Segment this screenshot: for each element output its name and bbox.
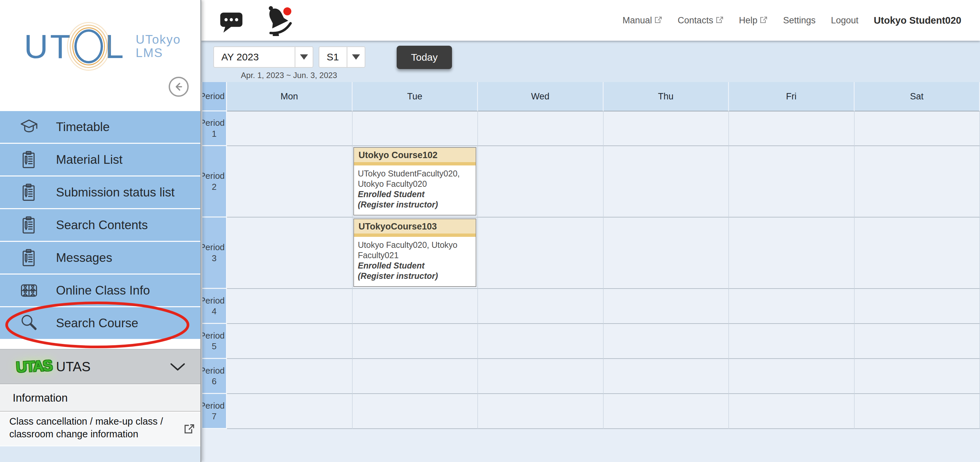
timetable-cell-mon-p5	[227, 324, 353, 359]
sidebar-item-label: Messages	[56, 251, 112, 265]
course-card[interactable]: Utokyo Course102UTokyo StudentFaculty020…	[353, 147, 477, 215]
course-instructors: Utokyo Faculty020, Utokyo Faculty021	[358, 240, 472, 261]
timetable-cell-tue-p2: Utokyo Course102UTokyo StudentFaculty020…	[353, 146, 478, 218]
period-label-7: Period7	[202, 394, 227, 429]
sidebar-item-label: UTAS	[56, 359, 91, 374]
user-name: Utokyo Student020	[873, 15, 961, 26]
course-details: UTokyo StudentFaculty020, Utokyo Faculty…	[354, 166, 476, 213]
course-card[interactable]: UTokyoCourse103Utokyo Faculty020, Utokyo…	[353, 218, 477, 287]
timetable-cell-sat-p1	[855, 112, 980, 146]
period-label-1: Period1	[202, 112, 227, 146]
day-header-wed: Wed	[478, 82, 604, 112]
timetable-grid: PeriodMonTueWedThuFriSatPeriod1Period2Ut…	[202, 82, 980, 429]
date-range: Apr. 1, 2023 ~ Jun. 3, 2023	[212, 71, 367, 80]
notification-badge	[283, 7, 291, 15]
top-link-label: Contacts	[678, 15, 713, 25]
sidebar-menu: Timetable Material List Submission statu…	[0, 111, 200, 340]
course-title: Utokyo Course102	[354, 148, 476, 166]
period-column-header: Period	[202, 82, 227, 112]
top-link-logout[interactable]: Logout	[831, 15, 859, 25]
arrow-left-icon	[173, 81, 185, 92]
sidebar-collapse-button[interactable]	[169, 77, 189, 97]
timetable-cell-wed-p2	[478, 146, 604, 218]
external-link-icon	[760, 16, 768, 24]
sidebar-item-online-class-info[interactable]: Online Class Info	[0, 274, 200, 306]
course-role-detail: (Register instructor)	[358, 271, 472, 281]
sidebar: UTL UTokyo LMS Timetable Material List S…	[0, 0, 201, 462]
chat-messages-icon[interactable]	[219, 9, 244, 33]
logo-text-pre: UT	[24, 30, 72, 63]
timetable-cell-fri-p1	[729, 112, 855, 146]
top-link-help[interactable]: Help	[739, 15, 768, 25]
timetable-cell-sat-p7	[855, 394, 980, 429]
course-details: Utokyo Faculty020, Utokyo Faculty021Enro…	[354, 237, 476, 284]
day-header-mon: Mon	[227, 82, 353, 112]
sidebar-item-messages[interactable]: Messages	[0, 242, 200, 274]
utol-lms-page: { "header": { "links": [ {"label": "Manu…	[0, 0, 980, 462]
academic-year-select[interactable]: AY 2023	[213, 46, 313, 68]
course-role: Enrolled Student	[358, 189, 472, 199]
search-icon	[18, 314, 40, 333]
timetable-cell-thu-p6	[604, 359, 729, 394]
timetable-toolbar: AY 2023 S1 Today Apr. 1, 2023 ~ Jun. 3, …	[201, 41, 980, 82]
sidebar-item-label: Timetable	[56, 120, 110, 134]
top-link-contacts[interactable]: Contacts	[678, 15, 724, 25]
logo-subtitle-line1: UTokyo	[136, 33, 181, 46]
external-link-icon	[654, 16, 662, 24]
timetable-cell-thu-p4	[604, 289, 729, 324]
timetable-cell-sat-p2	[855, 146, 980, 218]
course-role: Enrolled Student	[358, 261, 472, 271]
sidebar-item-timetable[interactable]: Timetable	[0, 111, 200, 143]
today-button[interactable]: Today	[397, 46, 452, 69]
class-cancellation-label: Class cancellation / make-up class / cla…	[10, 416, 163, 439]
top-link-label: Help	[739, 15, 758, 25]
top-link-settings[interactable]: Settings	[783, 15, 816, 25]
sidebar-item-material-list[interactable]: Material List	[0, 144, 200, 175]
submission-list-icon	[18, 183, 40, 202]
class-cancellation-link[interactable]: Class cancellation / make-up class / cla…	[0, 412, 200, 446]
external-link-icon	[716, 16, 724, 24]
timetable-cell-sat-p4	[855, 289, 980, 324]
logo-subtitle-line2: LMS	[136, 46, 181, 60]
timetable-cell-wed-p6	[478, 359, 604, 394]
period-label-6: Period6	[202, 359, 227, 394]
dropdown-arrow-icon	[352, 54, 360, 60]
day-header-tue: Tue	[353, 82, 478, 112]
external-link-icon	[184, 423, 195, 434]
timetable-cell-wed-p5	[478, 324, 604, 359]
course-role-detail: (Register instructor)	[358, 199, 472, 210]
top-link-manual[interactable]: Manual	[623, 15, 663, 25]
timetable-cell-mon-p6	[227, 359, 353, 394]
sidebar-filler	[0, 446, 200, 462]
sidebar-item-search-contents[interactable]: Search Contents	[0, 209, 200, 241]
term-value: S1	[319, 51, 347, 63]
timetable-cell-mon-p7	[227, 394, 353, 429]
sidebar-item-utas[interactable]: UTAS UTAS	[0, 349, 200, 384]
sidebar-item-submission-status-list[interactable]: Submission status list	[0, 177, 200, 208]
timetable-cell-wed-p4	[478, 289, 604, 324]
timetable-cell-sat-p6	[855, 359, 980, 394]
timetable-cell-mon-p2	[227, 146, 353, 218]
timetable-cell-fri-p6	[729, 359, 855, 394]
day-header-sat: Sat	[855, 82, 980, 112]
day-header-fri: Fri	[729, 82, 855, 112]
information-header: Information	[0, 385, 200, 412]
messages-icon	[18, 249, 40, 267]
course-title: UTokyoCourse103	[354, 219, 476, 237]
term-select[interactable]: S1	[319, 46, 365, 68]
timetable-cell-sat-p5	[855, 324, 980, 359]
period-label-5: Period5	[202, 324, 227, 359]
chevron-down-icon	[169, 362, 186, 372]
utas-logo: UTAS	[16, 357, 45, 376]
timetable-cell-fri-p2	[729, 146, 855, 218]
timetable-cell-thu-p3	[604, 218, 729, 289]
sidebar-item-search-course[interactable]: Search Course	[0, 307, 200, 339]
timetable-cell-tue-p7	[353, 394, 478, 429]
academic-year-value: AY 2023	[214, 51, 295, 63]
timetable-cell-fri-p7	[729, 394, 855, 429]
timetable-cell-wed-p7	[478, 394, 604, 429]
timetable-cell-thu-p2	[604, 146, 729, 218]
timetable-cell-sat-p3	[855, 218, 980, 289]
sidebar-item-label: Search Course	[56, 316, 138, 330]
notifications-bell-icon[interactable]	[260, 3, 292, 36]
